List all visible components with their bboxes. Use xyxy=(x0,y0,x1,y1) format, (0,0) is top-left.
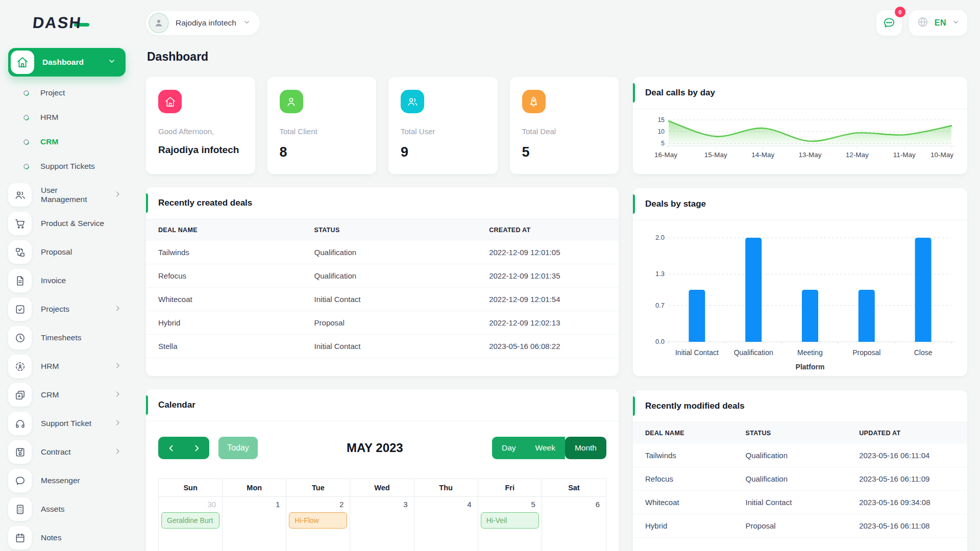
calendar-prev-button[interactable] xyxy=(158,437,184,459)
chevron-down-icon xyxy=(952,18,960,28)
svg-text:13-May: 13-May xyxy=(798,151,821,159)
weekday-label: Thu xyxy=(414,479,478,497)
table-cell: Hybrid xyxy=(146,311,302,335)
main-content: Rajodiya infotech 0 EN xyxy=(132,0,980,551)
column-header: UPDATED AT xyxy=(847,422,967,444)
sidebar-item-dashboard[interactable]: Dashboard xyxy=(8,48,126,77)
card-title: Recently modified deals xyxy=(645,401,745,411)
calendar-day-cell[interactable]: 3 xyxy=(350,497,414,551)
calendar-card: Calendar Today MAY 2023 xyxy=(146,389,619,551)
sidebar-item-crm[interactable]: CRM xyxy=(8,130,126,154)
table-cell: Refocus xyxy=(146,264,302,288)
stat-label: Total Client xyxy=(280,127,364,136)
stat-value: Rajodiya infotech xyxy=(158,144,243,156)
calculator-icon xyxy=(8,497,32,521)
day-number: 5 xyxy=(480,498,540,511)
day-number: 6 xyxy=(544,498,604,511)
calendar-day-cell[interactable]: 4 xyxy=(414,497,478,551)
sidebar-item-assets[interactable]: Assets xyxy=(8,495,126,523)
calendar-event[interactable]: Geraldine Burt xyxy=(161,512,219,529)
calendar-event[interactable]: Hi-Flow xyxy=(289,512,347,529)
day-number: 1 xyxy=(224,498,284,511)
table-header-row: DEAL NAMESTATUSCREATED AT xyxy=(146,219,619,241)
table-row: RefocusQualification2023-05-16 06:11:09 xyxy=(633,467,967,491)
table-row: WhitecoatInitial Contact2023-05-16 09:34… xyxy=(633,491,967,514)
calendar-today-button[interactable]: Today xyxy=(218,437,258,459)
users-icon xyxy=(8,183,32,207)
table-cell: 2023-05-16 06:11:09 xyxy=(847,467,967,491)
calendar-day-cell[interactable]: 5Hi-Veil xyxy=(478,497,542,551)
calendar-view-week-button[interactable]: Week xyxy=(526,437,565,459)
messages-count-badge: 0 xyxy=(895,7,905,17)
card-title: Recently created deals xyxy=(158,198,252,208)
bullet-icon xyxy=(22,162,30,170)
stat-card-total-deal: Total Deal5 xyxy=(510,77,619,174)
sidebar-item-crm[interactable]: CRM xyxy=(8,381,126,409)
calendar-event[interactable]: Hi-Veil xyxy=(481,512,539,529)
table-row: WhitecoatInitial Contact2022-12-09 12:01… xyxy=(146,288,619,311)
svg-text:2.0: 2.0 xyxy=(655,234,665,241)
svg-text:11-May: 11-May xyxy=(893,151,916,159)
table-cell: Refocus xyxy=(633,467,733,491)
calendar-grid: SunMonTueWedThuFriSat 30Geraldine Burt12… xyxy=(158,479,606,551)
sidebar-item-proposal[interactable]: Proposal xyxy=(8,238,126,266)
bar-meeting xyxy=(802,290,818,342)
sidebar-item-messenger[interactable]: Messenger xyxy=(8,466,126,495)
app-root: DASH Dashboard ProjectHRMCRMSupport Tick… xyxy=(0,0,980,551)
table-cell: Stella xyxy=(146,335,302,358)
recently-created-deals-table: DEAL NAMESTATUSCREATED ATTailwindsQualif… xyxy=(146,219,619,358)
svg-text:14-May: 14-May xyxy=(751,151,774,159)
floppy-icon xyxy=(8,440,32,464)
rocket-icon xyxy=(522,90,546,113)
column-header: CREATED AT xyxy=(477,219,619,241)
table-cell: Proposal xyxy=(733,514,847,538)
sidebar-item-notes[interactable]: Notes xyxy=(8,523,126,551)
language-selector[interactable]: EN xyxy=(909,10,967,36)
company-selector[interactable]: Rajodiya infotech xyxy=(146,11,260,35)
sidebar-item-label: HRM xyxy=(40,113,58,122)
calendar-day-cell[interactable]: 6 xyxy=(542,497,606,551)
sidebar-item-label: HRM xyxy=(41,362,59,371)
sidebar-item-label: Notes xyxy=(41,533,62,542)
table-row: StellaInitial Contact2023-05-16 06:08:22 xyxy=(146,335,619,358)
svg-text:12-May: 12-May xyxy=(846,151,869,159)
chevron-right-icon xyxy=(114,419,121,429)
calendar-next-button[interactable] xyxy=(184,437,209,459)
bar-chart-svg: 0.00.71.32.0Initial ContactQualification… xyxy=(645,223,955,372)
calendar-day-cell[interactable]: 1 xyxy=(223,497,286,551)
sidebar-item-projects[interactable]: Projects xyxy=(8,295,126,323)
home-icon xyxy=(11,51,34,74)
sidebar-item-user-management[interactable]: User Management xyxy=(8,181,126,209)
calendar-view-day-button[interactable]: Day xyxy=(492,437,526,459)
notes-calendar-icon xyxy=(8,526,32,549)
right-column: Deal calls by day 1510516-May15-May14-Ma… xyxy=(633,77,967,551)
stat-value: 5 xyxy=(522,144,607,160)
globe-icon xyxy=(917,16,929,30)
card-header: Recently modified deals xyxy=(633,390,967,422)
workflow-icon xyxy=(8,240,32,264)
sidebar-item-timesheets[interactable]: Timesheets xyxy=(8,323,126,352)
calendar-month-title: MAY 2023 xyxy=(258,441,492,455)
app-logo[interactable]: DASH xyxy=(8,9,126,37)
sidebar-item-support-tickets[interactable]: Support Tickets xyxy=(8,154,126,179)
deals-by-stage-card: Deals by stage 0.00.71.32.0Initial Conta… xyxy=(633,188,967,376)
day-number: 4 xyxy=(416,498,476,511)
messages-button[interactable]: 0 xyxy=(876,10,902,36)
table-cell: Tailwinds xyxy=(146,241,302,264)
calendar-day-cell[interactable]: 2Hi-Flow xyxy=(286,497,350,551)
calendar-day-cell[interactable]: 30Geraldine Burt xyxy=(159,497,223,551)
home-icon xyxy=(158,90,182,113)
sidebar-item-label: Messenger xyxy=(41,476,80,485)
sidebar-item-invoice[interactable]: Invoice xyxy=(8,266,126,295)
sidebar-item-hrm[interactable]: HRM xyxy=(8,352,126,381)
calendar-view-month-button[interactable]: Month xyxy=(565,437,606,459)
sidebar-item-support-ticket[interactable]: Support Ticket xyxy=(8,409,126,438)
stat-value: 9 xyxy=(401,144,485,160)
sidebar-item-product-service[interactable]: Product & Service xyxy=(8,209,126,238)
sidebar-item-label: Contract xyxy=(41,447,71,457)
sidebar-item-hrm[interactable]: HRM xyxy=(8,105,126,130)
sidebar-item-contract[interactable]: Contract xyxy=(8,438,126,466)
svg-text:5: 5 xyxy=(661,140,665,147)
svg-text:16-May: 16-May xyxy=(654,151,677,159)
sidebar-item-project[interactable]: Project xyxy=(8,81,126,105)
